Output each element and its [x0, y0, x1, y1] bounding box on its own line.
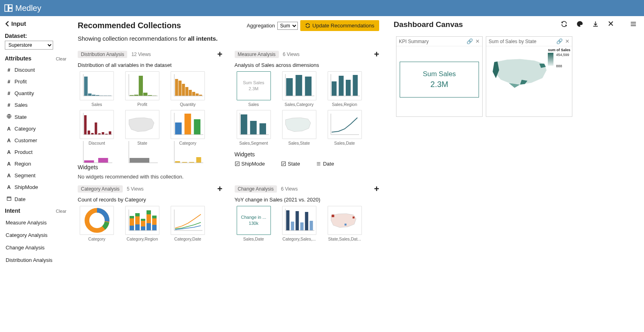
svg-rect-97 [152, 216, 157, 218]
chart-thumb[interactable]: Sales [78, 71, 116, 107]
attribute-product[interactable]: AProduct [5, 146, 66, 158]
chart-thumb[interactable]: Quantity [169, 71, 207, 107]
chart-thumb[interactable]: Category,Sales,... [280, 206, 318, 241]
back-to-input[interactable]: Input [5, 20, 66, 27]
svg-rect-24 [182, 84, 185, 96]
attribute-date[interactable]: Date [5, 193, 66, 205]
chart-thumb[interactable]: Sales,State [280, 110, 318, 145]
svg-rect-96 [152, 218, 157, 225]
menu-icon[interactable] [630, 21, 637, 29]
svg-rect-83 [130, 226, 134, 230]
svg-rect-37 [101, 132, 104, 135]
svg-rect-28 [196, 93, 199, 96]
svg-rect-1 [9, 5, 12, 8]
svg-rect-105 [300, 222, 303, 230]
palette-icon[interactable] [576, 21, 583, 29]
type-icon [6, 196, 12, 202]
type-icon: A [6, 126, 12, 132]
svg-rect-54 [175, 161, 180, 163]
chart-thumb[interactable]: Category,Region [123, 206, 161, 241]
svg-rect-68 [353, 75, 358, 96]
chart-thumb[interactable]: Sales,Date [326, 110, 364, 145]
chart-thumb[interactable]: Profit [123, 71, 161, 107]
svg-rect-42 [175, 122, 182, 135]
svg-rect-43 [184, 114, 191, 135]
chart-thumb[interactable]: Sales,Category [280, 71, 318, 107]
attribute-profit[interactable]: #Profit [5, 76, 66, 87]
intent-distribution-analysis[interactable]: Distribution Analysis [5, 254, 66, 266]
aggregation-select[interactable]: Sum [277, 22, 298, 30]
add-collection-icon[interactable]: + [374, 49, 379, 60]
attribute-region[interactable]: ARegion [5, 158, 66, 170]
svg-rect-112 [345, 224, 347, 226]
svg-rect-6 [88, 93, 91, 96]
svg-rect-103 [291, 222, 294, 230]
dataset-label: Dataset: [5, 33, 66, 39]
attribute-quantity[interactable]: #Quantity [5, 87, 66, 99]
app-header: Medley [0, 0, 644, 16]
svg-rect-106 [305, 212, 308, 230]
chart-thumb[interactable]: Change in ...130kSales,Date [235, 206, 273, 241]
intent-change-analysis[interactable]: Change Analysis [5, 241, 66, 254]
widget-state[interactable]: State [281, 161, 300, 167]
card-close-icon[interactable]: ✕ [565, 38, 570, 44]
svg-rect-111 [353, 216, 355, 218]
refresh-canvas-icon[interactable] [561, 21, 568, 29]
chart-thumb[interactable]: Category [78, 206, 116, 241]
collection-views: 6 Views [281, 186, 298, 192]
attribute-customer[interactable]: ACustomer [5, 135, 66, 146]
intent-category-analysis[interactable]: Category Analysis [5, 229, 66, 241]
map-legend: sum of Sales 454,599888 [548, 48, 570, 68]
update-recommendations-button[interactable]: Update Recommendations [300, 20, 379, 31]
widget-shipmode[interactable]: ShipMode [235, 161, 265, 167]
attribute-shipmode[interactable]: AShipMode [5, 181, 66, 193]
add-collection-icon[interactable]: + [217, 184, 223, 194]
link-icon[interactable]: 🔗 [466, 38, 473, 44]
svg-rect-51 [130, 158, 149, 163]
collection-tag: Distribution Analysis [78, 51, 127, 58]
link-icon[interactable]: 🔗 [556, 38, 563, 44]
type-icon [6, 114, 12, 120]
dashboard-canvas[interactable]: KPI Summary 🔗 ✕ Sum Sales 2.3M Sum of Sa… [394, 34, 637, 326]
chart-thumb[interactable]: State,Sales,Dat... [326, 206, 364, 241]
svg-rect-95 [152, 225, 157, 230]
svg-rect-44 [194, 119, 200, 135]
add-collection-icon[interactable]: + [217, 49, 223, 60]
collection-views: 12 Views [131, 52, 151, 57]
svg-rect-34 [91, 133, 93, 135]
svg-rect-65 [332, 81, 336, 96]
collection-views: 6 Views [283, 52, 300, 57]
map-card[interactable]: Sum of Sales by State 🔗 ✕ sum of Sales 4… [486, 36, 572, 117]
chevron-left-icon [5, 21, 10, 27]
widget-date[interactable]: Date [316, 161, 334, 167]
chart-thumb[interactable]: Category,Date [169, 206, 207, 241]
chart-thumb[interactable]: Sum Sales2.3MSales [235, 71, 273, 107]
chart-thumb[interactable] [78, 149, 116, 158]
chart-thumb[interactable] [169, 149, 207, 158]
chart-thumb[interactable]: Sales,Segment [235, 110, 273, 145]
attribute-category[interactable]: ACategory [5, 123, 66, 135]
clear-intent[interactable]: Clear [56, 209, 66, 214]
dataset-select[interactable]: Superstore [5, 41, 53, 50]
svg-rect-22 [175, 79, 178, 96]
card-close-icon[interactable]: ✕ [475, 38, 480, 44]
download-icon[interactable] [592, 21, 599, 29]
type-icon: A [6, 149, 12, 155]
type-icon: A [6, 185, 12, 190]
attribute-sales[interactable]: #Sales [5, 99, 66, 111]
svg-rect-92 [147, 223, 151, 230]
attribute-discount[interactable]: #Discount [5, 64, 66, 76]
add-collection-icon[interactable]: + [374, 184, 379, 194]
attribute-state[interactable]: State [5, 111, 66, 123]
chart-thumb[interactable]: Sales,Region [326, 71, 364, 107]
svg-rect-91 [141, 219, 145, 221]
svg-rect-4 [7, 197, 11, 201]
svg-rect-102 [286, 210, 289, 230]
close-canvas-icon[interactable] [608, 21, 614, 29]
intent-measure-analysis[interactable]: Measure Analysis [5, 216, 66, 229]
chart-thumb[interactable] [123, 149, 161, 158]
clear-attributes[interactable]: Clear [56, 56, 66, 61]
attribute-segment[interactable]: ASegment [5, 170, 66, 181]
kpi-summary-card[interactable]: KPI Summary 🔗 ✕ Sum Sales 2.3M [396, 36, 483, 117]
type-icon: A [6, 161, 12, 167]
